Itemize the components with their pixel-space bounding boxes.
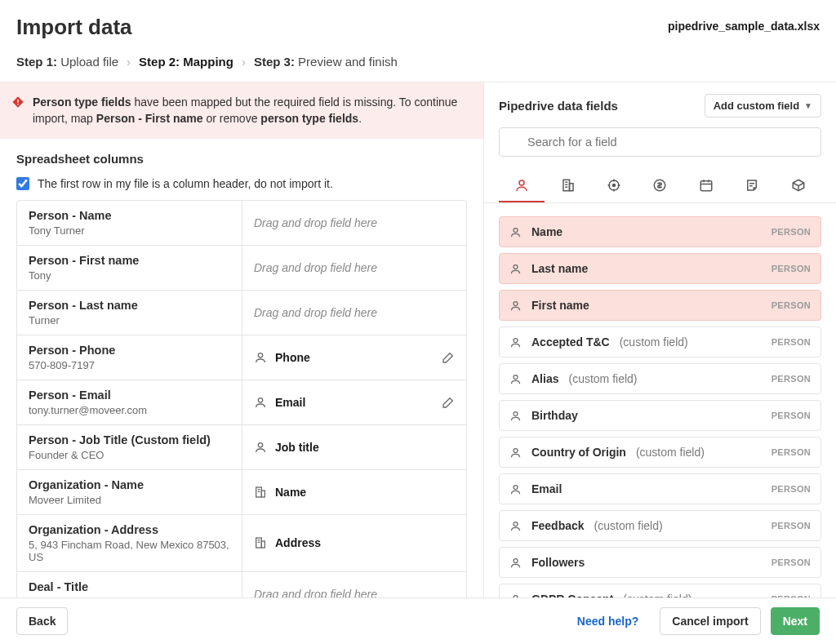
- column-cell: Person - Email tony.turner@moveer.com: [17, 380, 242, 424]
- column-row: Person - Last name Turner Drag and drop …: [17, 291, 466, 335]
- svg-point-3: [258, 353, 262, 357]
- chevron-right-icon: ›: [240, 55, 247, 69]
- tab-product[interactable]: [776, 170, 821, 202]
- drop-placeholder: Drag and drop field here: [254, 261, 377, 274]
- mapped-field-icon: [254, 441, 267, 454]
- column-title: Person - Job Title (Custom field): [29, 433, 230, 446]
- field-row[interactable]: Birthday PERSON: [499, 400, 821, 431]
- column-cell: Organization - Address 5, 943 Fincham Ro…: [17, 515, 242, 571]
- drop-target[interactable]: Phone: [242, 335, 466, 380]
- mapped-field-label: Job title: [275, 441, 319, 454]
- person-icon: [509, 483, 522, 495]
- svg-point-39: [514, 301, 518, 305]
- breadcrumb-step-3[interactable]: Step 3: Preview and finish: [254, 55, 398, 69]
- field-custom-label: (custom field): [636, 446, 705, 459]
- column-row: Person - Name Tony Turner Drag and drop …: [17, 201, 466, 246]
- page-title: Import data: [16, 15, 132, 40]
- breadcrumb-step-2[interactable]: Step 2: Mapping: [139, 55, 233, 69]
- field-row[interactable]: Feedback (custom field) PERSON: [499, 510, 821, 541]
- tab-deal[interactable]: [637, 170, 683, 202]
- field-type-tag: PERSON: [772, 337, 811, 347]
- chevron-down-icon: ▼: [804, 101, 812, 110]
- drop-target[interactable]: Job title: [242, 425, 466, 469]
- box-icon: [791, 178, 806, 193]
- warning-text: Person type fields have been mapped but …: [33, 94, 469, 127]
- field-type-tag: PERSON: [772, 557, 811, 567]
- column-cell: Person - First name Tony: [17, 246, 242, 290]
- edit-icon[interactable]: [442, 396, 455, 409]
- tab-person[interactable]: [499, 170, 545, 202]
- field-name: Followers: [531, 556, 585, 569]
- field-row[interactable]: First name PERSON: [499, 290, 821, 321]
- svg-point-4: [258, 398, 262, 402]
- drop-target[interactable]: Address: [242, 515, 466, 571]
- field-name: First name: [531, 299, 589, 312]
- drop-target[interactable]: Name: [242, 470, 466, 514]
- next-button[interactable]: Next: [771, 607, 820, 635]
- drop-target[interactable]: Drag and drop field here: [242, 201, 466, 245]
- mapped-field-label: Email: [275, 396, 305, 409]
- tab-note[interactable]: [729, 170, 775, 202]
- alert-icon: [11, 95, 24, 109]
- drop-target[interactable]: Email: [242, 380, 466, 424]
- mapped-field-label: Phone: [275, 351, 310, 364]
- person-icon: [509, 263, 522, 275]
- field-type-tag: PERSON: [772, 264, 811, 273]
- header-row-checkbox[interactable]: [16, 177, 29, 190]
- drop-target[interactable]: Drag and drop field here: [242, 291, 466, 335]
- column-sample: tony.turner@moveer.com: [29, 404, 230, 416]
- column-title: Person - Name: [29, 209, 230, 222]
- field-row[interactable]: Accepted T&C (custom field) PERSON: [499, 326, 821, 358]
- tab-organization[interactable]: [545, 170, 590, 202]
- category-tabs: [484, 163, 836, 203]
- column-sample: Turner: [29, 314, 230, 326]
- field-type-tag: PERSON: [772, 374, 811, 384]
- drop-target[interactable]: Drag and drop field here: [242, 246, 466, 290]
- field-name: Name: [531, 225, 563, 238]
- column-title: Person - Last name: [29, 299, 230, 312]
- column-cell: Organization - Name Moveer Limited: [17, 470, 242, 514]
- field-row[interactable]: Alias (custom field) PERSON: [499, 363, 821, 394]
- svg-point-38: [514, 264, 518, 269]
- svg-point-24: [613, 184, 616, 187]
- svg-point-40: [514, 338, 518, 342]
- svg-rect-19: [569, 184, 573, 191]
- field-row[interactable]: Followers PERSON: [499, 547, 821, 578]
- column-cell: Person - Job Title (Custom field) Founde…: [17, 425, 242, 469]
- tab-activity[interactable]: [683, 170, 729, 202]
- fields-heading: Pipedrive data fields: [499, 99, 618, 113]
- field-row[interactable]: Email PERSON: [499, 473, 821, 504]
- column-title: Organization - Address: [29, 523, 230, 536]
- search-input[interactable]: [499, 127, 821, 157]
- person-icon: [509, 226, 522, 238]
- add-custom-field-button[interactable]: Add custom field ▼: [705, 94, 821, 118]
- cancel-import-button[interactable]: Cancel import: [660, 607, 760, 635]
- field-row[interactable]: Last name PERSON: [499, 253, 821, 284]
- svg-rect-7: [261, 491, 265, 497]
- need-help-link[interactable]: Need help?: [566, 608, 650, 634]
- source-filename: pipedrive_sample_data.xlsx: [668, 15, 820, 33]
- header-row-checkbox-label: The first row in my file is a column hea…: [38, 177, 333, 190]
- field-row[interactable]: Country of Origin (custom field) PERSON: [499, 437, 821, 468]
- edit-icon[interactable]: [442, 351, 455, 364]
- field-name: Feedback: [531, 519, 585, 532]
- svg-rect-1: [17, 100, 18, 103]
- mapped-field-icon: [254, 351, 267, 364]
- chevron-right-icon: ›: [125, 55, 132, 69]
- column-cell: Person - Last name Turner: [17, 291, 242, 335]
- field-name: Accepted T&C: [531, 335, 610, 349]
- mapped-field-icon: [254, 486, 267, 499]
- column-title: Organization - Name: [29, 478, 230, 491]
- person-icon: [509, 520, 522, 532]
- back-button[interactable]: Back: [16, 607, 68, 635]
- tab-lead[interactable]: [591, 170, 637, 202]
- field-type-tag: PERSON: [772, 447, 811, 457]
- calendar-icon: [699, 178, 714, 193]
- drop-placeholder: Drag and drop field here: [254, 216, 377, 229]
- column-sample: Moveer Limited: [29, 494, 230, 506]
- svg-point-46: [514, 558, 518, 562]
- breadcrumb-step-1[interactable]: Step 1: Upload file: [16, 55, 118, 69]
- column-cell: Person - Name Tony Turner: [17, 201, 242, 245]
- field-row[interactable]: Name PERSON: [499, 216, 821, 247]
- svg-point-17: [519, 180, 524, 185]
